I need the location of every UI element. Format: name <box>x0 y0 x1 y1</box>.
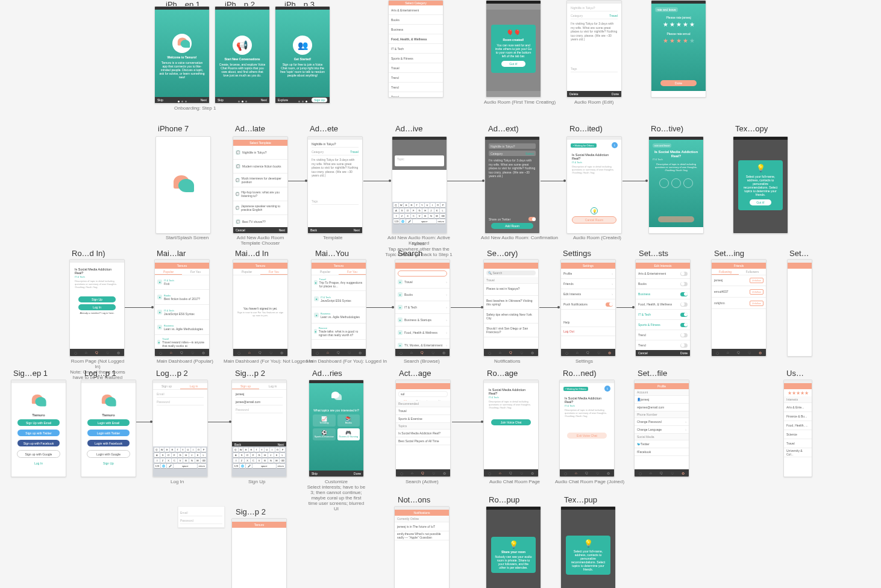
user-profile[interactable]: ★★★★★ Interests Arts & Ente...Finance & … <box>783 380 812 477</box>
list-item-email[interactable]: ✉ james@email.com <box>635 404 689 411</box>
list-item[interactable]: Travel <box>396 407 450 415</box>
list-item[interactable]: Safety tips when visiting New York City <box>484 310 538 324</box>
signup-link[interactable]: Sign Up <box>103 461 114 465</box>
topic-input[interactable]: Topic <box>395 155 444 166</box>
list-item[interactable]: Is Social Media Addiction Real? <box>396 430 450 437</box>
settings-list[interactable]: Settings Profile›Friends›Edit Interests›… <box>560 259 616 357</box>
history-list[interactable]: Places to eat in Nagoya?Best beaches in … <box>484 282 538 349</box>
list-item[interactable]: Friends› <box>561 279 615 289</box>
tab-bar[interactable]: ◌⌂Q♡⚙ <box>561 349 615 356</box>
rating-stars-1[interactable]: ★★★★★ <box>663 21 695 28</box>
done-button[interactable]: Done <box>660 80 697 86</box>
category-input[interactable]: CategorySelect <box>489 151 536 156</box>
room-active[interactable]: rate and leave Is Social Media Addiction… <box>648 136 704 234</box>
list-item[interactable]: Edit Interests› <box>561 289 615 299</box>
desc-textarea[interactable]: I'm visiting Tokyo for 3 days with my wi… <box>312 158 359 178</box>
list-item-facebook[interactable]: f Facebook <box>635 448 689 456</box>
rating-stars-2[interactable]: ★★★★★ <box>663 37 695 44</box>
tab-bar[interactable]: ◌⌂Q♡⚙ <box>560 469 614 477</box>
tab-bar[interactable]: ◌⌂Q♡⚙ <box>484 349 538 356</box>
twitter-share-icon[interactable]: t <box>604 386 610 392</box>
topic-input[interactable]: Nightlife in Tokyo? <box>312 141 359 148</box>
login-twitter-button[interactable]: Login with Twitter <box>87 430 130 436</box>
list-item[interactable]: Food, Health, & Wellness <box>389 34 443 44</box>
list-item[interactable]: Trend <box>389 83 443 92</box>
delete-button[interactable]: Delete <box>569 92 578 96</box>
tags-input[interactable]: Tags <box>312 198 359 205</box>
keyboard[interactable]: QWERTYUIOP ASDFGHJKL ⇧ZXCVBNM⌫ 123🌐🎤spac… <box>392 202 447 233</box>
cancel-button[interactable]: Cancel <box>236 228 245 232</box>
list-item[interactable]: 💬Best TV shows?? <box>233 215 287 227</box>
name-input[interactable]: jamesj <box>236 391 283 398</box>
list-item[interactable]: Business <box>636 289 690 299</box>
list-item[interactable]: Arts & Entertainment <box>636 269 690 279</box>
explore-button[interactable]: Explore <box>278 98 288 102</box>
got-it-button[interactable]: Got it! <box>501 61 525 67</box>
list-item[interactable]: ●IT & TechFixit <box>155 275 209 290</box>
list-item[interactable]: Business <box>389 25 443 34</box>
login-button[interactable]: Log In <box>78 304 116 310</box>
list-item[interactable]: ●TravelTrip To Prague, Any suggestions f… <box>312 275 366 291</box>
list-item[interactable]: Books <box>389 15 443 25</box>
list-item[interactable]: Places to eat in Nagoya? <box>484 282 538 296</box>
rate-active[interactable]: rate and leave Please rate jamesj ★★★★★ … <box>651 0 706 98</box>
room-popup[interactable]: 💡 Share your room Nobody can see your au… <box>486 506 541 588</box>
list-item[interactable]: IT & Tech <box>389 44 443 54</box>
add-room-keyboard[interactable]: Topic QWERTYUIOP ASDFGHJKL ⇧ZXCVBNM⌫ 123… <box>392 136 447 234</box>
next-button[interactable]: Next <box>354 228 360 232</box>
login-email-button[interactable]: Login with Email <box>87 419 130 426</box>
keyboard[interactable]: QWERTYUIOP ASDFGHJKL ⇧ZXCVBNM⌫ 123🌐🎤spac… <box>153 446 207 477</box>
list-item-twitter[interactable]: 🐦 Twitter <box>635 440 689 448</box>
topic-input[interactable]: Nightlife in Tokyo? <box>571 5 618 11</box>
list-item[interactable]: ●IT & TechJavaScript ES6 Syntax <box>312 291 366 307</box>
list-item[interactable]: 💬Hip-hop lovers: what are you listening … <box>233 187 287 201</box>
email-input[interactable]: james@email.com <box>236 399 283 405</box>
list-item[interactable]: jamesjUnfollow <box>712 275 766 286</box>
share-twitter-row[interactable]: Share on Twitter <box>489 217 536 221</box>
next-button[interactable]: Next <box>261 98 267 102</box>
list-item[interactable]: Food, Health, & Wellness <box>636 299 690 310</box>
list-item[interactable]: Travel <box>389 63 443 73</box>
list-item[interactable]: ●IT & TechJavaScript ES6 Syntax <box>155 305 209 320</box>
template-list[interactable]: 💬Nightlife in Tokyo?💬Modern science fict… <box>233 146 287 227</box>
list-item[interactable]: Best beaches in Okinawa? Visiting this s… <box>484 296 538 310</box>
browse-list[interactable]: ▸Travel›▸Books›▸IT & Tech›▸Business & St… <box>395 276 450 349</box>
interest-grid[interactable]: 📈Trending 📚Books ⚽Sports & Exercise 🎮Gam… <box>313 414 360 440</box>
list-item-change-language[interactable]: Change Language› <box>635 426 689 434</box>
search-browse[interactable]: ▸Travel›▸Books›▸IT & Tech›▸Business & St… <box>395 259 450 357</box>
password-input[interactable]: Password <box>157 399 204 405</box>
list-item[interactable]: ▸IT & Tech› <box>395 301 450 314</box>
list-item[interactable]: Should I visit San Diego or San Francisc… <box>484 324 538 337</box>
signup-step2[interactable]: Sign upLog in jamesj james@email.com Pas… <box>231 380 287 477</box>
cancel-room-button[interactable]: Cancel Room <box>572 216 616 224</box>
signup-google-button[interactable]: Sign up with Google <box>17 450 60 458</box>
notifications-list[interactable]: Notifications Currently Online jamesj is… <box>394 506 450 588</box>
room-first-time-modal[interactable]: 🎈🎈 Room created! You can now wait for an… <box>486 0 541 98</box>
dashboard-list[interactable]: ●TravelTrip To Prague, Any suggestions f… <box>312 275 366 349</box>
login-google-button[interactable]: Login with Google <box>87 450 130 458</box>
skip-button[interactable]: Skip <box>312 472 318 475</box>
list-item[interactable]: ▸Business & Startups› <box>395 314 450 327</box>
auth-tabs[interactable]: Sign upLog in <box>153 383 207 390</box>
search-results[interactable]: Recommended Travel Sports & Exercise Top… <box>396 401 450 469</box>
email-input[interactable]: Email <box>157 391 204 398</box>
next-button[interactable]: Next <box>279 228 285 232</box>
settings-profile[interactable]: Profile Account 👤 jamesj ✉ james@email.c… <box>634 380 689 477</box>
list-item[interactable]: Best Social Players of All Time <box>396 437 450 445</box>
signup-button[interactable]: Sign Up <box>78 296 116 302</box>
add-room-template[interactable]: Nightlife in Tokyo? CategoryTravel I'm v… <box>307 136 363 234</box>
list-item-change-password[interactable]: Change Password› <box>635 418 689 426</box>
tab-bar[interactable]: ◌⌂Q♡⚙ <box>312 349 366 356</box>
onboarding-step1[interactable]: Welcome to Tamuro! Tamuro is a voice con… <box>154 6 210 104</box>
list-item[interactable]: Log Out <box>561 327 615 336</box>
login-step1[interactable]: Tamuro Login with Email Login with Twitt… <box>81 380 136 477</box>
tab-bar[interactable]: ◌⌂Q♡⚙ <box>155 349 209 356</box>
login-step2[interactable]: Sign upLog in Email Password QWERTYUIOP … <box>152 380 208 477</box>
list-item[interactable]: Trend <box>389 73 443 83</box>
skip-button[interactable]: Skip <box>218 98 224 102</box>
list-item[interactable]: Trend <box>636 340 690 350</box>
main-dashboard-foryou-notlogged[interactable]: Tamuro PopularFor You You haven't signed… <box>233 259 288 357</box>
list-item[interactable]: Sports & Fitness <box>389 54 443 63</box>
signup-step1[interactable]: Tamuro Sign Up with Email Sign up with T… <box>11 380 66 477</box>
done-button[interactable]: Done <box>680 351 688 355</box>
